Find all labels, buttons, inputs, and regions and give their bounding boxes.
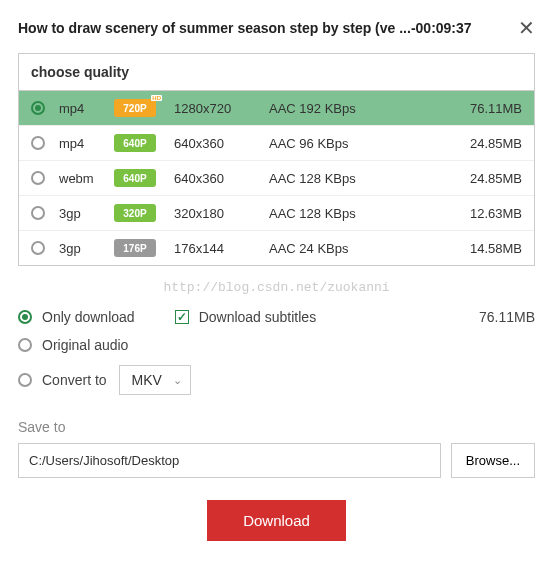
chevron-down-icon: ⌄	[173, 374, 182, 387]
original-audio-radio[interactable]	[18, 338, 32, 352]
quality-size: 24.85MB	[399, 171, 522, 186]
quality-row[interactable]: 3gp320P320x180AAC 128 KBps12.63MB	[19, 196, 534, 231]
quality-resolution: 640x360	[174, 171, 269, 186]
convert-format-select[interactable]: MKV ⌄	[119, 365, 191, 395]
quality-size: 76.11MB	[399, 101, 522, 116]
quality-resolution: 640x360	[174, 136, 269, 151]
quality-format: webm	[59, 171, 114, 186]
only-download-radio[interactable]	[18, 310, 32, 324]
quality-size: 12.63MB	[399, 206, 522, 221]
dialog-title: How to draw scenery of summer season ste…	[18, 20, 472, 36]
quality-radio[interactable]	[31, 101, 45, 115]
quality-format: 3gp	[59, 241, 114, 256]
save-to-label: Save to	[18, 419, 535, 435]
quality-audio: AAC 96 KBps	[269, 136, 399, 151]
save-path-input[interactable]	[18, 443, 441, 478]
quality-row[interactable]: mp4640P640x360AAC 96 KBps24.85MB	[19, 126, 534, 161]
download-button[interactable]: Download	[207, 500, 346, 541]
quality-badge: 640P	[114, 169, 156, 187]
quality-audio: AAC 128 KBps	[269, 171, 399, 186]
quality-radio[interactable]	[31, 206, 45, 220]
quality-radio[interactable]	[31, 136, 45, 150]
quality-header: choose quality	[19, 54, 534, 91]
quality-size: 24.85MB	[399, 136, 522, 151]
quality-row[interactable]: mp4720PHD1280x720AAC 192 KBps76.11MB	[19, 91, 534, 126]
quality-row[interactable]: webm640P640x360AAC 128 KBps24.85MB	[19, 161, 534, 196]
quality-badge: 176P	[114, 239, 156, 257]
quality-badge: 320P	[114, 204, 156, 222]
quality-audio: AAC 128 KBps	[269, 206, 399, 221]
quality-audio: AAC 24 KBps	[269, 241, 399, 256]
quality-format: mp4	[59, 136, 114, 151]
watermark-text: http://blog.csdn.net/zuokanni	[18, 280, 535, 295]
quality-format: 3gp	[59, 206, 114, 221]
quality-badge: 720PHD	[114, 99, 156, 117]
quality-audio: AAC 192 KBps	[269, 101, 399, 116]
convert-format-value: MKV	[132, 372, 162, 388]
hd-icon: HD	[151, 95, 162, 101]
quality-size: 14.58MB	[399, 241, 522, 256]
quality-box: choose quality mp4720PHD1280x720AAC 192 …	[18, 53, 535, 266]
original-audio-label: Original audio	[42, 337, 128, 353]
close-icon[interactable]: ✕	[518, 18, 535, 38]
download-subtitles-label: Download subtitles	[199, 309, 317, 325]
quality-badge: 640P	[114, 134, 156, 152]
only-download-label: Only download	[42, 309, 135, 325]
quality-row[interactable]: 3gp176P176x144AAC 24 KBps14.58MB	[19, 231, 534, 265]
download-subtitles-checkbox[interactable]	[175, 310, 189, 324]
quality-resolution: 176x144	[174, 241, 269, 256]
quality-resolution: 320x180	[174, 206, 269, 221]
quality-radio[interactable]	[31, 171, 45, 185]
convert-to-radio[interactable]	[18, 373, 32, 387]
quality-format: mp4	[59, 101, 114, 116]
selected-size: 76.11MB	[479, 309, 535, 325]
browse-button[interactable]: Browse...	[451, 443, 535, 478]
convert-to-label: Convert to	[42, 372, 107, 388]
quality-resolution: 1280x720	[174, 101, 269, 116]
quality-radio[interactable]	[31, 241, 45, 255]
